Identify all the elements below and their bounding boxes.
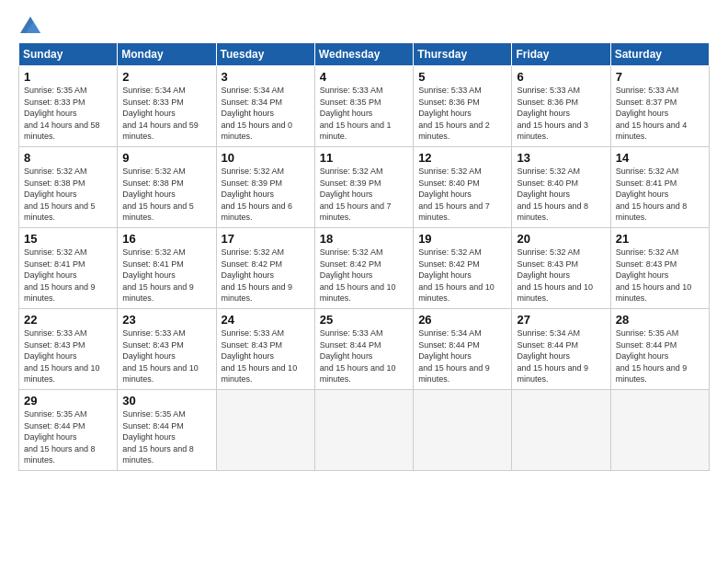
weekday-header: Saturday: [610, 43, 709, 66]
calendar-cell: 30 Sunrise: 5:35 AMSunset: 8:44 PMDaylig…: [118, 390, 216, 471]
day-info: Sunrise: 5:32 AMSunset: 8:39 PMDaylight …: [320, 167, 392, 222]
day-number: 23: [122, 313, 210, 327]
day-number: 17: [222, 232, 310, 246]
day-info: Sunrise: 5:34 AMSunset: 8:44 PMDaylight …: [418, 328, 490, 384]
header: [18, 17, 710, 33]
day-number: 19: [418, 232, 506, 246]
calendar-week-row: 8 Sunrise: 5:32 AMSunset: 8:38 PMDayligh…: [19, 147, 710, 228]
day-info: Sunrise: 5:33 AMSunset: 8:43 PMDaylight …: [222, 328, 298, 384]
calendar-cell: 23 Sunrise: 5:33 AMSunset: 8:43 PMDaylig…: [118, 309, 216, 390]
page: SundayMondayTuesdayWednesdayThursdayFrid…: [0, 0, 728, 563]
weekday-header: Sunday: [19, 43, 118, 66]
day-info: Sunrise: 5:32 AMSunset: 8:38 PMDaylight …: [122, 167, 194, 222]
weekday-header: Monday: [118, 43, 216, 66]
day-info: Sunrise: 5:35 AMSunset: 8:44 PMDaylight …: [122, 409, 194, 465]
day-info: Sunrise: 5:33 AMSunset: 8:36 PMDaylight …: [517, 86, 588, 141]
day-info: Sunrise: 5:33 AMSunset: 8:36 PMDaylight …: [418, 86, 490, 141]
calendar-week-row: 22 Sunrise: 5:33 AMSunset: 8:43 PMDaylig…: [19, 309, 710, 390]
calendar-cell: 27 Sunrise: 5:34 AMSunset: 8:44 PMDaylig…: [512, 309, 610, 390]
day-info: Sunrise: 5:33 AMSunset: 8:37 PMDaylight …: [616, 86, 688, 141]
day-info: Sunrise: 5:34 AMSunset: 8:44 PMDaylight …: [517, 328, 588, 384]
day-info: Sunrise: 5:35 AMSunset: 8:33 PMDaylight …: [24, 86, 100, 141]
calendar-cell: [314, 390, 413, 471]
calendar-cell: 1 Sunrise: 5:35 AMSunset: 8:33 PMDayligh…: [19, 66, 118, 147]
day-number: 6: [517, 70, 605, 84]
calendar-cell: 2 Sunrise: 5:34 AMSunset: 8:33 PMDayligh…: [118, 66, 216, 147]
calendar-cell: 11 Sunrise: 5:32 AMSunset: 8:39 PMDaylig…: [314, 147, 413, 228]
calendar-cell: 14 Sunrise: 5:32 AMSunset: 8:41 PMDaylig…: [610, 147, 709, 228]
calendar-cell: 3 Sunrise: 5:34 AMSunset: 8:34 PMDayligh…: [216, 66, 314, 147]
day-number: 1: [24, 70, 112, 84]
weekday-header: Tuesday: [216, 43, 314, 66]
calendar-cell: 17 Sunrise: 5:32 AMSunset: 8:42 PMDaylig…: [216, 228, 314, 309]
logo: [18, 17, 40, 33]
day-info: Sunrise: 5:35 AMSunset: 8:44 PMDaylight …: [616, 328, 688, 384]
calendar-week-row: 29 Sunrise: 5:35 AMSunset: 8:44 PMDaylig…: [19, 390, 710, 471]
weekday-header: Friday: [512, 43, 610, 66]
day-number: 21: [616, 232, 704, 246]
calendar-cell: 10 Sunrise: 5:32 AMSunset: 8:39 PMDaylig…: [216, 147, 314, 228]
day-info: Sunrise: 5:32 AMSunset: 8:41 PMDaylight …: [122, 247, 194, 303]
day-info: Sunrise: 5:33 AMSunset: 8:43 PMDaylight …: [24, 328, 100, 384]
calendar-cell: 12 Sunrise: 5:32 AMSunset: 8:40 PMDaylig…: [414, 147, 512, 228]
day-number: 10: [222, 151, 310, 165]
calendar-cell: 18 Sunrise: 5:32 AMSunset: 8:42 PMDaylig…: [314, 228, 413, 309]
calendar-cell: 22 Sunrise: 5:33 AMSunset: 8:43 PMDaylig…: [19, 309, 118, 390]
day-number: 16: [122, 232, 210, 246]
calendar-cell: 26 Sunrise: 5:34 AMSunset: 8:44 PMDaylig…: [414, 309, 512, 390]
day-number: 28: [616, 313, 704, 327]
day-number: 2: [122, 70, 210, 84]
calendar-cell: 7 Sunrise: 5:33 AMSunset: 8:37 PMDayligh…: [610, 66, 709, 147]
day-number: 22: [24, 313, 112, 327]
day-number: 3: [222, 70, 310, 84]
calendar: SundayMondayTuesdayWednesdayThursdayFrid…: [18, 42, 710, 471]
day-info: Sunrise: 5:32 AMSunset: 8:40 PMDaylight …: [418, 167, 490, 222]
day-number: 24: [222, 313, 310, 327]
calendar-cell: 13 Sunrise: 5:32 AMSunset: 8:40 PMDaylig…: [512, 147, 610, 228]
day-number: 15: [24, 232, 112, 246]
day-number: 13: [517, 151, 605, 165]
day-info: Sunrise: 5:32 AMSunset: 8:41 PMDaylight …: [24, 247, 96, 303]
day-number: 11: [320, 151, 408, 165]
day-number: 20: [517, 232, 605, 246]
weekday-header: Wednesday: [314, 43, 413, 66]
day-number: 9: [122, 151, 210, 165]
calendar-cell: 15 Sunrise: 5:32 AMSunset: 8:41 PMDaylig…: [19, 228, 118, 309]
calendar-cell: [610, 390, 709, 471]
calendar-cell: 24 Sunrise: 5:33 AMSunset: 8:43 PMDaylig…: [216, 309, 314, 390]
day-number: 25: [320, 313, 408, 327]
day-info: Sunrise: 5:33 AMSunset: 8:43 PMDaylight …: [122, 328, 199, 384]
calendar-cell: 20 Sunrise: 5:32 AMSunset: 8:43 PMDaylig…: [512, 228, 610, 309]
day-number: 14: [616, 151, 704, 165]
day-info: Sunrise: 5:32 AMSunset: 8:43 PMDaylight …: [517, 247, 593, 303]
day-info: Sunrise: 5:34 AMSunset: 8:33 PMDaylight …: [122, 86, 199, 141]
weekday-header-row: SundayMondayTuesdayWednesdayThursdayFrid…: [19, 43, 710, 66]
day-number: 27: [517, 313, 605, 327]
day-info: Sunrise: 5:32 AMSunset: 8:43 PMDaylight …: [616, 247, 692, 303]
calendar-cell: 4 Sunrise: 5:33 AMSunset: 8:35 PMDayligh…: [314, 66, 413, 147]
calendar-cell: 8 Sunrise: 5:32 AMSunset: 8:38 PMDayligh…: [19, 147, 118, 228]
day-number: 26: [418, 313, 506, 327]
day-number: 30: [122, 394, 210, 408]
day-info: Sunrise: 5:33 AMSunset: 8:35 PMDaylight …: [320, 86, 392, 141]
calendar-cell: [216, 390, 314, 471]
calendar-cell: 5 Sunrise: 5:33 AMSunset: 8:36 PMDayligh…: [414, 66, 512, 147]
calendar-cell: 19 Sunrise: 5:32 AMSunset: 8:42 PMDaylig…: [414, 228, 512, 309]
calendar-cell: 28 Sunrise: 5:35 AMSunset: 8:44 PMDaylig…: [610, 309, 709, 390]
day-info: Sunrise: 5:32 AMSunset: 8:39 PMDaylight …: [222, 167, 293, 222]
day-info: Sunrise: 5:32 AMSunset: 8:42 PMDaylight …: [418, 247, 495, 303]
calendar-body: 1 Sunrise: 5:35 AMSunset: 8:33 PMDayligh…: [19, 66, 710, 471]
day-info: Sunrise: 5:32 AMSunset: 8:42 PMDaylight …: [222, 247, 293, 303]
calendar-cell: 16 Sunrise: 5:32 AMSunset: 8:41 PMDaylig…: [118, 228, 216, 309]
logo-icon: [20, 17, 40, 33]
day-info: Sunrise: 5:33 AMSunset: 8:44 PMDaylight …: [320, 328, 396, 384]
day-info: Sunrise: 5:32 AMSunset: 8:41 PMDaylight …: [616, 167, 688, 222]
calendar-cell: 21 Sunrise: 5:32 AMSunset: 8:43 PMDaylig…: [610, 228, 709, 309]
day-number: 29: [24, 394, 112, 408]
day-info: Sunrise: 5:32 AMSunset: 8:40 PMDaylight …: [517, 167, 588, 222]
calendar-cell: [512, 390, 610, 471]
calendar-cell: 25 Sunrise: 5:33 AMSunset: 8:44 PMDaylig…: [314, 309, 413, 390]
day-info: Sunrise: 5:32 AMSunset: 8:42 PMDaylight …: [320, 247, 396, 303]
day-number: 7: [616, 70, 704, 84]
calendar-week-row: 15 Sunrise: 5:32 AMSunset: 8:41 PMDaylig…: [19, 228, 710, 309]
